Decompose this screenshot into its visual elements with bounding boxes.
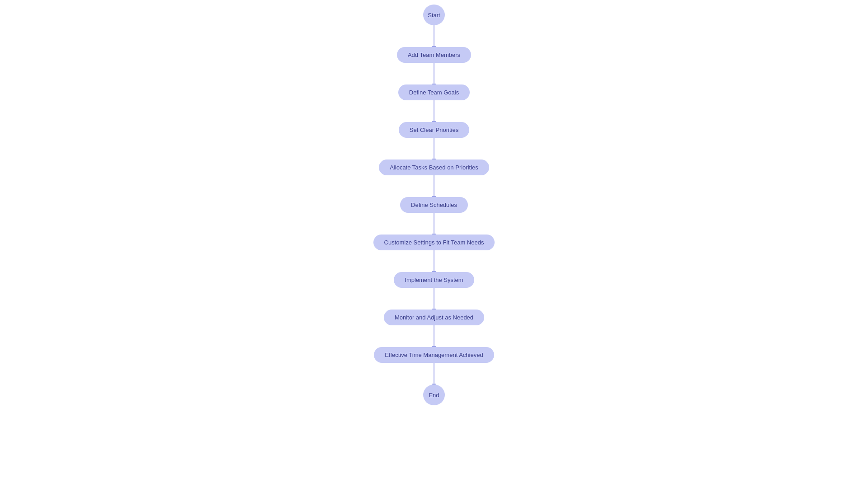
node-add-team-members[interactable]: Add Team Members bbox=[397, 47, 471, 63]
node-define-team-goals-label: Define Team Goals bbox=[409, 89, 459, 96]
node-start[interactable]: Start bbox=[423, 5, 445, 25]
node-allocate-tasks[interactable]: Allocate Tasks Based on Priorities bbox=[379, 160, 489, 175]
connector-8 bbox=[434, 325, 434, 347]
node-monitor-adjust-label: Monitor and Adjust as Needed bbox=[395, 314, 473, 321]
connector-3 bbox=[434, 138, 434, 160]
node-customize-settings-label: Customize Settings to Fit Team Needs bbox=[384, 239, 484, 246]
connector-0 bbox=[434, 25, 434, 47]
node-effective-time-label: Effective Time Management Achieved bbox=[385, 352, 483, 358]
node-define-team-goals[interactable]: Define Team Goals bbox=[398, 84, 470, 100]
connector-7 bbox=[434, 288, 434, 310]
connector-1 bbox=[434, 63, 434, 84]
connector-4 bbox=[434, 175, 434, 197]
node-set-clear-priorities[interactable]: Set Clear Priorities bbox=[399, 122, 469, 138]
node-define-schedules[interactable]: Define Schedules bbox=[400, 197, 468, 213]
node-start-label: Start bbox=[428, 12, 440, 19]
connector-9 bbox=[434, 363, 434, 385]
node-set-clear-priorities-label: Set Clear Priorities bbox=[410, 127, 458, 133]
node-add-team-members-label: Add Team Members bbox=[408, 52, 460, 58]
node-define-schedules-label: Define Schedules bbox=[411, 202, 457, 208]
node-monitor-adjust[interactable]: Monitor and Adjust as Needed bbox=[384, 310, 484, 325]
node-end-label: End bbox=[429, 392, 439, 399]
node-customize-settings[interactable]: Customize Settings to Fit Team Needs bbox=[373, 235, 495, 250]
connector-5 bbox=[434, 213, 434, 235]
node-implement-system-label: Implement the System bbox=[405, 277, 463, 283]
node-allocate-tasks-label: Allocate Tasks Based on Priorities bbox=[390, 164, 478, 171]
node-end[interactable]: End bbox=[423, 385, 445, 405]
node-implement-system[interactable]: Implement the System bbox=[394, 272, 474, 288]
node-effective-time[interactable]: Effective Time Management Achieved bbox=[374, 347, 494, 363]
connector-2 bbox=[434, 100, 434, 122]
flowchart-container: Start Add Team Members Define Team Goals… bbox=[0, 0, 868, 488]
connector-6 bbox=[434, 250, 434, 272]
